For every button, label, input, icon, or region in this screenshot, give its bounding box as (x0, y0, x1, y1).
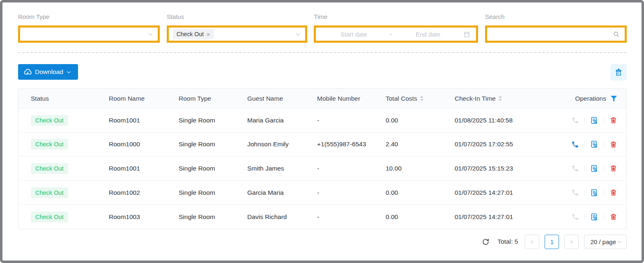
guest-name-cell: Maria Garcia (247, 117, 317, 124)
table-row: Check Out Room1002 Single Room Garcia Ma… (18, 181, 626, 205)
col-check-in: Check-In Time (455, 95, 559, 102)
end-date-input[interactable] (394, 31, 462, 38)
cloud-download-icon (23, 68, 32, 76)
delete-button[interactable] (610, 164, 617, 172)
view-details-button[interactable] (590, 164, 598, 173)
search-box[interactable] (485, 25, 627, 43)
status-select[interactable]: Check Out × (167, 25, 307, 43)
status-badge: Check Out (31, 163, 68, 174)
start-date-input[interactable] (320, 31, 387, 38)
call-button[interactable] (571, 213, 579, 221)
total-costs-cell: 0.00 (386, 189, 455, 196)
chevron-left-icon (529, 239, 535, 245)
search-input[interactable] (491, 31, 613, 38)
room-type-label: Room Type (18, 13, 160, 20)
table-body: Check Out Room1001 Single Room Maria Gar… (18, 108, 626, 229)
trash-icon (610, 164, 617, 172)
phone-icon (571, 116, 579, 124)
view-details-button[interactable] (590, 189, 598, 197)
chevron-down-icon (147, 31, 154, 37)
mobile-cell: - (317, 165, 386, 172)
guest-name-cell: Smith James (247, 165, 317, 172)
check-in-cell: 01/07/2025 17:02:55 (455, 141, 559, 148)
close-icon[interactable]: × (207, 31, 210, 37)
search-icon (613, 31, 620, 38)
call-button[interactable] (571, 189, 579, 196)
room-type-cell: Single Room (179, 165, 247, 172)
operations-cell (559, 116, 617, 125)
divider (18, 52, 627, 53)
status-badge: Check Out (31, 139, 68, 150)
document-search-icon (590, 116, 598, 125)
call-button[interactable] (571, 164, 579, 172)
total-costs-cell: 10.00 (386, 165, 455, 172)
page-number-button[interactable]: 1 (545, 235, 559, 249)
refresh-icon (482, 238, 490, 246)
operations-cell (559, 140, 617, 148)
operations-cell (559, 164, 617, 173)
check-in-cell: 01/07/2025 15:15:23 (455, 165, 559, 172)
status-badge: Check Out (31, 187, 68, 198)
chevron-down-icon (295, 31, 301, 37)
delete-button[interactable] (610, 189, 617, 196)
broom-icon (614, 68, 623, 77)
room-type-select[interactable] (18, 25, 160, 43)
search-label: Search (485, 13, 627, 20)
total-count: Total: 5 (497, 238, 518, 245)
delete-button[interactable] (610, 116, 617, 124)
check-in-cell: 01/07/2025 14:27:01 (455, 189, 559, 196)
clear-filters-button[interactable] (610, 64, 627, 81)
col-total-costs: Total Costs (386, 95, 455, 102)
status-badge: Check Out (31, 212, 68, 222)
calendar-icon (463, 31, 470, 38)
guest-name-cell: Davis Richard (247, 213, 317, 221)
sort-icon[interactable] (420, 95, 424, 102)
check-in-cell: 01/08/2025 11:40:58 (455, 117, 559, 124)
filter-search: Search (485, 13, 627, 43)
document-search-icon (590, 189, 598, 197)
page-size-value: 20 / page (590, 238, 616, 245)
call-button[interactable] (571, 116, 579, 124)
status-label: Status (167, 13, 307, 20)
mobile-cell: +1(555)987-6543 (317, 141, 386, 148)
table-row: Check Out Room1001 Single Room Smith Jam… (18, 157, 626, 181)
table-row: Check Out Room1000 Single Room Johnson E… (18, 133, 626, 157)
sort-icon[interactable] (498, 95, 502, 102)
room-name-cell: Room1001 (109, 117, 179, 124)
room-type-cell: Single Room (179, 141, 247, 148)
prev-page-button[interactable] (525, 235, 539, 249)
room-name-cell: Room1003 (109, 213, 179, 221)
document-search-icon (590, 140, 598, 148)
guest-name-cell: Garcia Maria (247, 189, 317, 196)
download-button[interactable]: Download (18, 64, 78, 80)
filter-status: Status Check Out × (167, 13, 307, 43)
filter-funnel-icon[interactable] (610, 95, 617, 102)
next-page-button[interactable] (564, 235, 579, 249)
status-tag-label: Check Out (177, 31, 204, 37)
app-window: Room Type Status Check Out × Time (0, 0, 644, 263)
download-label: Download (35, 68, 63, 76)
document-search-icon (590, 213, 598, 221)
view-details-button[interactable] (590, 213, 598, 221)
view-details-button[interactable] (590, 116, 598, 125)
delete-button[interactable] (610, 141, 617, 148)
delete-button[interactable] (610, 213, 617, 221)
page-size-select[interactable]: 20 / page (584, 235, 627, 249)
room-type-cell: Single Room (179, 213, 247, 221)
filter-room-type: Room Type (18, 13, 160, 43)
col-status: Status (31, 95, 109, 102)
total-costs-cell: 2.40 (386, 141, 455, 148)
view-details-button[interactable] (590, 140, 598, 148)
chevron-right-icon (569, 239, 574, 245)
refresh-button[interactable] (482, 238, 490, 246)
table-row: Check Out Room1003 Single Room Davis Ric… (18, 205, 626, 229)
call-button[interactable] (571, 141, 579, 148)
filter-time: Time ~ (314, 13, 478, 43)
status-tag[interactable]: Check Out × (173, 29, 214, 39)
table-header: Status Room Name Room Type Guest Name Mo… (18, 89, 626, 108)
trash-icon (610, 189, 617, 196)
col-room-name: Room Name (109, 95, 179, 102)
time-range-picker[interactable]: ~ (314, 25, 478, 43)
phone-icon (571, 189, 579, 196)
phone-icon (571, 213, 579, 221)
